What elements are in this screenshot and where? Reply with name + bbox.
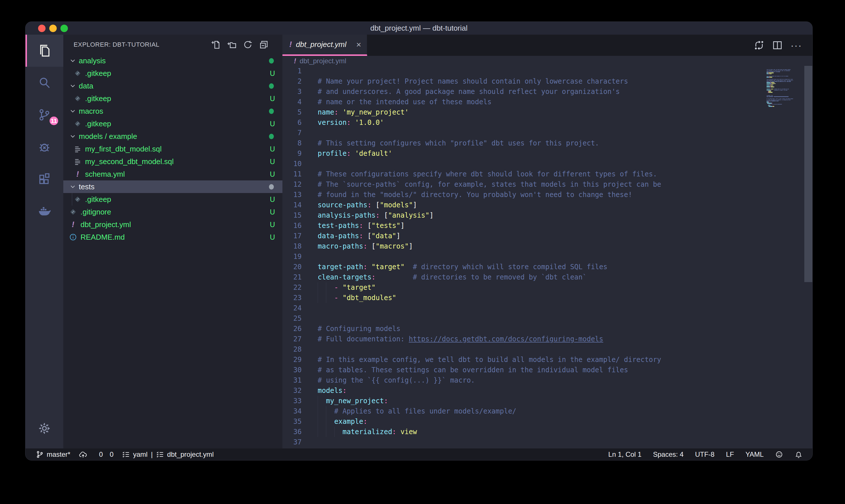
code-line[interactable]: 20target-path: "target" # directory whic… [283, 262, 812, 272]
file-task-status[interactable]: dbt_project.yml [156, 450, 214, 458]
tree-item-models-example[interactable]: models / example [63, 130, 283, 143]
tree-item-analysis[interactable]: analysis [63, 54, 283, 67]
code-line[interactable]: 10 [283, 159, 812, 169]
warnings-count: 0 [110, 450, 113, 458]
code-text: version: '1.0.0' [318, 118, 384, 128]
split-editor-icon[interactable] [772, 40, 783, 50]
search-icon[interactable] [25, 67, 63, 99]
code-line[interactable]: 26# Configuring models [283, 324, 812, 334]
line-number: 2 [283, 76, 302, 87]
tree-item-my-first-dbt-model-sql[interactable]: my_first_dbt_model.sqlU [63, 143, 283, 155]
source-control-icon[interactable]: 11 [25, 99, 63, 131]
code-text: # Full documentation: https://docs.getdb… [318, 334, 603, 344]
status-bar: master* 0 0 [25, 448, 812, 460]
code-line[interactable]: 23 - "dbt_modules" [283, 293, 812, 303]
code-line[interactable]: 19 [283, 251, 812, 262]
git-branch-status[interactable]: master* [36, 450, 70, 458]
code-line[interactable]: 28 [283, 344, 812, 355]
tree-item-data[interactable]: data [63, 79, 283, 92]
code-line[interactable]: 17data-paths: ["data"] [283, 231, 812, 241]
code-line[interactable]: 36 materialized: view [283, 427, 812, 437]
tab-dbt-project-yml[interactable]: ! dbt_project.yml × [283, 35, 367, 56]
tree-item-dbt-project-yml[interactable]: !dbt_project.ymlU [63, 218, 283, 231]
tree-item--gitkeep[interactable]: .gitkeepU [63, 67, 283, 79]
collapse-folders-icon[interactable] [259, 40, 269, 50]
line-number: 13 [283, 190, 302, 200]
code-text: example: [318, 416, 367, 427]
tree-item--gitignore[interactable]: .gitignoreU [63, 205, 283, 218]
code-line[interactable]: 24 [283, 303, 812, 313]
code-line[interactable]: 31# using the `{{ config(...) }}` macro. [283, 375, 812, 385]
notifications-bell-icon[interactable] [795, 450, 803, 458]
tree-item--gitkeep[interactable]: .gitkeepU [63, 193, 283, 205]
code-line[interactable]: 7 [283, 128, 812, 138]
code-area[interactable]: 12# Name your project! Project names sho… [283, 66, 812, 448]
code-line[interactable]: 5name: 'my_new_project' [283, 107, 812, 118]
code-line[interactable]: 22 - "target" [283, 282, 812, 293]
new-folder-icon[interactable] [227, 40, 237, 50]
code-line[interactable]: 34 # Applies to all files under models/e… [283, 406, 812, 416]
code-line[interactable]: 32models: [283, 385, 812, 396]
code-line[interactable]: 29# In this example config, we tell dbt … [283, 355, 812, 365]
explorer-icon[interactable] [25, 35, 63, 67]
more-actions-icon[interactable]: ··· [791, 40, 802, 51]
info-file-icon [69, 233, 77, 241]
tab-close-icon[interactable]: × [352, 40, 361, 50]
cursor-position[interactable]: Ln 1, Col 1 [608, 450, 642, 458]
indent-guide [326, 406, 326, 416]
tree-item-schema-yml[interactable]: !schema.ymlU [63, 168, 283, 180]
code-line[interactable]: 25 [283, 313, 812, 324]
tree-item-macros[interactable]: macros [63, 105, 283, 118]
code-line[interactable]: 27# Full documentation: https://docs.get… [283, 334, 812, 344]
scrollbar-thumb[interactable] [804, 66, 812, 282]
code-line[interactable]: 12# The `source-paths` config, for examp… [283, 179, 812, 190]
code-line[interactable]: 15analysis-paths: ["analysis"] [283, 210, 812, 220]
new-file-icon[interactable] [211, 40, 220, 50]
problems-status[interactable]: 0 0 [96, 450, 114, 458]
tree-item-label: .gitkeep [85, 120, 111, 128]
open-changes-icon[interactable] [754, 40, 764, 50]
refresh-icon[interactable] [243, 40, 253, 50]
feedback-smiley-icon[interactable] [775, 450, 783, 458]
yaml-file-icon: ! [74, 170, 82, 178]
code-line[interactable]: 11# These configurations specify where d… [283, 169, 812, 179]
code-line[interactable]: 8# This setting configures which "profil… [283, 138, 812, 148]
code-line[interactable]: 35 example: [283, 416, 812, 427]
eol-setting[interactable]: LF [726, 450, 734, 458]
indentation-setting[interactable]: Spaces: 4 [653, 450, 684, 458]
tree-item-label: models / example [79, 132, 137, 141]
tree-item--gitkeep[interactable]: .gitkeepU [63, 118, 283, 130]
code-line[interactable]: 14source-paths: ["models"] [283, 200, 812, 210]
indent-guide [334, 427, 335, 437]
code-line[interactable]: 9profile: 'default' [283, 148, 812, 159]
run-debug-icon[interactable] [25, 131, 63, 163]
encoding-setting[interactable]: UTF-8 [695, 450, 714, 458]
tree-item-tests[interactable]: tests [63, 180, 283, 193]
breadcrumb[interactable]: ! dbt_project.yml [283, 56, 812, 66]
code-line[interactable]: 6version: '1.0.0' [283, 118, 812, 128]
settings-gear-icon[interactable] [25, 412, 63, 445]
docker-icon[interactable] [25, 195, 63, 227]
publish-cloud-icon [79, 450, 87, 458]
sql-file-icon [74, 145, 82, 153]
code-line[interactable]: 21clean-targets: # directories to be rem… [283, 272, 812, 282]
code-line[interactable]: 2# Name your project! Project names shou… [283, 76, 812, 87]
tree-item-readme-md[interactable]: README.mdU [63, 231, 283, 244]
git-file-icon [74, 94, 82, 103]
code-line[interactable]: 37 [283, 437, 812, 447]
code-text: # found in the "models/" directory. You … [318, 190, 632, 200]
language-mode[interactable]: YAML [745, 450, 763, 458]
code-line[interactable]: 18macro-paths: ["macros"] [283, 241, 812, 251]
tree-item--gitkeep[interactable]: .gitkeepU [63, 92, 283, 105]
code-line[interactable]: 30# as tables. These settings can be ove… [283, 365, 812, 375]
code-line[interactable]: 16test-paths: ["tests"] [283, 220, 812, 231]
code-line[interactable]: 13# found in the "models/" directory. Yo… [283, 190, 812, 200]
extensions-icon[interactable] [25, 163, 63, 195]
tree-item-my-second-dbt-model-sql[interactable]: my_second_dbt_model.sqlU [63, 155, 283, 168]
sync-changes-button[interactable] [79, 450, 87, 458]
code-line[interactable]: 3# and underscores. A good package name … [283, 87, 812, 97]
code-line[interactable]: 33 my_new_project: [283, 396, 812, 406]
code-line[interactable]: 4# name or the intended use of these mod… [283, 97, 812, 107]
yaml-language-status[interactable]: yaml [122, 450, 147, 458]
code-line[interactable]: 1 [283, 66, 812, 76]
